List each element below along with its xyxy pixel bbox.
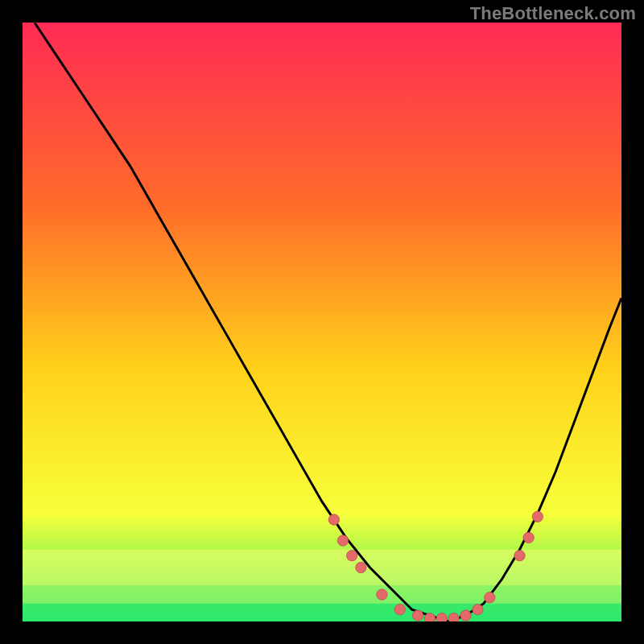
- chart-container: TheBottleneck.com: [0, 0, 644, 644]
- chart-bands: [23, 550, 621, 621]
- band-green-band: [23, 604, 621, 621]
- marker-5: [394, 604, 405, 614]
- marker-14: [523, 532, 534, 543]
- marker-4: [377, 589, 387, 600]
- watermark-text: TheBottleneck.com: [470, 3, 636, 24]
- marker-3: [356, 562, 366, 572]
- chart-svg: [23, 23, 621, 621]
- band-paleyellow: [23, 550, 621, 586]
- band-lightgreen: [23, 585, 621, 603]
- chart-plot: [23, 23, 621, 621]
- marker-0: [328, 514, 339, 525]
- marker-11: [473, 604, 483, 614]
- marker-2: [347, 550, 357, 560]
- marker-13: [514, 550, 525, 560]
- marker-10: [460, 610, 471, 621]
- marker-6: [412, 610, 423, 621]
- chart-background: [23, 23, 621, 621]
- marker-7: [424, 613, 435, 621]
- marker-1: [337, 535, 348, 546]
- marker-9: [448, 613, 459, 621]
- marker-12: [485, 592, 495, 603]
- marker-15: [532, 511, 543, 522]
- marker-8: [436, 613, 447, 621]
